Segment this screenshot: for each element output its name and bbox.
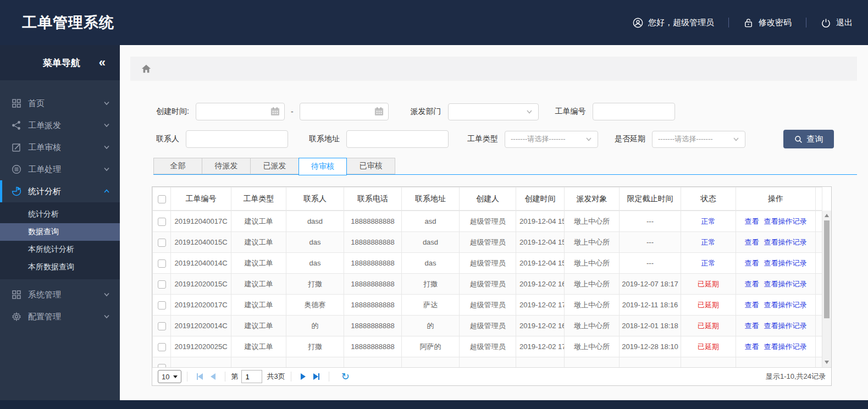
sidebar-item-7[interactable]: 配置管理 — [0, 306, 120, 328]
cell-order-no: 201912020015C — [171, 274, 231, 295]
sidebar-item-6[interactable]: 系统管理 — [0, 284, 120, 306]
total-pages: 共3页 — [267, 372, 285, 382]
row-checkbox[interactable] — [158, 343, 166, 351]
action-link[interactable]: 查看操作记录 — [764, 238, 807, 246]
search-icon — [794, 135, 803, 143]
tab-全部[interactable]: 全部 — [153, 158, 202, 174]
row-checkbox[interactable] — [158, 364, 166, 367]
page-size-select[interactable]: 10 — [158, 370, 181, 383]
action-link[interactable]: 查看 — [745, 301, 759, 309]
sidebar-item-1[interactable]: 首页 — [0, 92, 120, 114]
table-row: 201912020015C建议工单打撒18888888888打撒超级管理员201… — [153, 274, 822, 295]
calendar-icon[interactable] — [374, 106, 384, 117]
tab-已审核[interactable]: 已审核 — [347, 158, 395, 174]
cell-order-no: 201912020014C — [171, 316, 231, 336]
action-link[interactable]: 查看操作记录 — [764, 280, 807, 288]
scroll-up-icon[interactable] — [825, 214, 829, 217]
sidebar-collapse-icon[interactable]: « — [99, 57, 106, 69]
action-link[interactable]: 查看 — [745, 259, 759, 267]
row-checkbox[interactable] — [158, 280, 166, 289]
status-badge: 正常 — [681, 211, 736, 232]
order-no-input[interactable] — [593, 103, 675, 120]
action-link[interactable]: 查看 — [745, 342, 759, 351]
delay-select[interactable]: -------请选择------- — [652, 131, 745, 148]
create-time-label: 创建时间: — [156, 107, 189, 117]
cell-created: 2019-12-04 15 — [516, 253, 565, 274]
cell-contact: 奥德赛 — [286, 295, 344, 316]
row-checkbox[interactable] — [158, 239, 166, 247]
status-badge: 已延期 — [681, 295, 736, 316]
action-link[interactable]: 查看操作记录 — [764, 322, 807, 330]
action-link[interactable]: 查看操作记录 — [764, 301, 807, 309]
tab-待审核[interactable]: 待审核 — [298, 158, 347, 175]
record-summary: 显示1-10,共24记录 — [766, 372, 826, 382]
cell-deadline: 2018-12-01 18:18 — [620, 316, 681, 336]
sidebar-subitem[interactable]: 本所统计分析 — [0, 241, 120, 258]
prev-page-button[interactable] — [211, 373, 215, 380]
status-badge: 已延期 — [681, 316, 736, 336]
chevron-down-icon — [526, 108, 533, 115]
contact-input[interactable] — [186, 130, 288, 148]
action-link[interactable]: 查看操作记录 — [764, 217, 807, 225]
select-all-checkbox[interactable] — [158, 195, 166, 203]
status-badge: 已延期 — [681, 336, 736, 357]
action-link[interactable]: 查看 — [745, 217, 759, 225]
tab-待派发[interactable]: 待派发 — [202, 158, 250, 174]
row-checkbox[interactable] — [158, 259, 166, 268]
action-link[interactable]: 查看 — [745, 238, 759, 246]
sidebar-item-2[interactable]: 工单派发 — [0, 114, 120, 136]
scroll-down-icon[interactable] — [825, 361, 829, 364]
apps-icon — [12, 290, 21, 300]
search-button[interactable]: 查询 — [783, 130, 834, 148]
home-icon[interactable] — [141, 64, 151, 74]
sidebar-item-3[interactable]: 工单审核 — [0, 136, 120, 158]
refresh-icon[interactable]: ↻ — [341, 372, 350, 382]
row-checkbox[interactable] — [158, 218, 166, 226]
sidebar-subitem[interactable]: 本所数据查询 — [0, 258, 120, 276]
cell-created: 2019-12-04 15 — [516, 211, 565, 232]
cell-deadline: --- — [620, 211, 681, 232]
cell-type: 建议工单 — [231, 253, 286, 274]
caret-down-icon — [173, 375, 178, 378]
tab-已派发[interactable]: 已派发 — [250, 158, 298, 174]
action-link[interactable]: 查看操作记录 — [764, 259, 807, 267]
sidebar-subitem[interactable]: 数据查询 — [0, 223, 120, 241]
cell-creator: 超级管理员 — [460, 316, 516, 336]
row-checkbox[interactable] — [158, 301, 166, 309]
page-number-input[interactable] — [241, 370, 262, 383]
work-order-table: 工单编号工单类型联系人联系电话联系地址创建人创建时间派发对象限定截止时间状态操作… — [152, 186, 832, 386]
cell-actions: 查看查看操作记录 — [736, 232, 816, 253]
action-link[interactable]: 查看操作记录 — [764, 342, 807, 351]
table-scrollbar[interactable] — [822, 211, 831, 367]
scrollbar-thumb[interactable] — [824, 220, 830, 318]
cell-phone: 18888888888 — [344, 295, 402, 316]
sidebar-subitem[interactable]: 统计分析 — [0, 206, 120, 223]
next-page-button[interactable] — [301, 373, 306, 380]
search-button-label: 查询 — [807, 134, 823, 145]
user-greeting[interactable]: 您好，超级管理员 — [633, 18, 714, 28]
depart-select[interactable] — [448, 103, 539, 120]
table-row: 201912020014C建议工单的18888888888的超级管理员2019-… — [153, 316, 822, 336]
contact-label: 联系人 — [156, 134, 179, 144]
calendar-icon[interactable] — [270, 106, 280, 117]
sidebar-item-4[interactable]: 工单处理 — [0, 158, 120, 180]
sidebar-submenu: 统计分析数据查询本所统计分析本所数据查询 — [0, 202, 120, 279]
cell-address: asd — [402, 211, 460, 232]
sidebar-item-5[interactable]: 统计分析 — [0, 180, 120, 202]
action-link[interactable]: 查看 — [745, 322, 759, 330]
row-filler — [816, 336, 822, 357]
change-password-button[interactable]: 修改密码 — [743, 18, 792, 28]
cell-deadline: 2019-12-07 18:17 — [620, 274, 681, 295]
status-badge: 正常 — [681, 232, 736, 253]
first-page-button[interactable] — [197, 373, 203, 380]
address-input[interactable] — [346, 130, 449, 148]
cell-created: 2019-12-04 15 — [516, 232, 565, 253]
type-select[interactable]: -------请选择------- — [505, 131, 598, 148]
order-no-label: 工单编号 — [555, 107, 586, 117]
sidebar-item-label: 工单处理 — [28, 164, 103, 175]
row-checkbox[interactable] — [158, 322, 166, 330]
action-link[interactable]: 查看 — [745, 280, 759, 288]
last-page-button[interactable] — [313, 373, 319, 380]
cell-address: dasd — [402, 232, 460, 253]
logout-button[interactable]: 退出 — [821, 18, 853, 28]
